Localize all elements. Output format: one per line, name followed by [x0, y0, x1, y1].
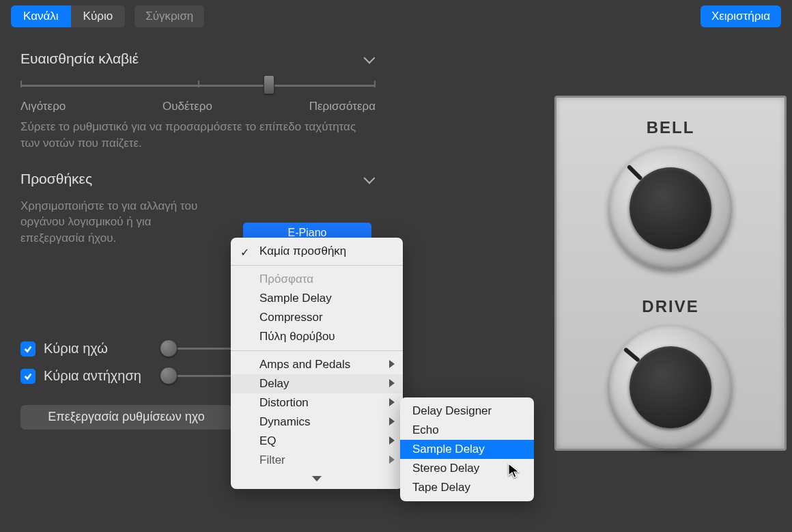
menu-label: EQ	[259, 434, 277, 447]
menu-cat-delay[interactable]: Delay	[231, 374, 403, 393]
reverb-label: Κύρια αντήχηση	[44, 368, 153, 384]
bell-knob[interactable]	[609, 147, 732, 270]
edit-sound-settings-button[interactable]: Επεξεργασία ρυθμίσεων ηχο	[20, 405, 232, 430]
plugins-header[interactable]: Προσθήκες	[20, 171, 376, 187]
chevron-right-icon	[389, 398, 395, 406]
plugin-context-menu: ✓ Καμία προσθήκη Πρόσφατα Sample Delay C…	[231, 238, 403, 489]
menu-label: Dynamics	[259, 415, 311, 428]
submenu-echo[interactable]: Echo	[400, 421, 534, 440]
channel-tab[interactable]: Κανάλι	[11, 5, 71, 27]
slider-tick	[374, 81, 376, 87]
echo-checkbox[interactable]	[20, 341, 36, 356]
label-less: Λιγότερο	[20, 100, 66, 113]
top-toolbar: Κανάλι Κύριο Σύγκριση Χειριστήρια	[0, 0, 792, 33]
drive-label: DRIVE	[642, 297, 698, 316]
menu-recent-compressor[interactable]: Compressor	[231, 308, 403, 327]
menu-recent-sample-delay[interactable]: Sample Delay	[231, 289, 403, 308]
menu-recent-noise-gate[interactable]: Πύλη θορύβου	[231, 327, 403, 346]
scroll-down-icon[interactable]	[231, 470, 403, 485]
slider-thumb[interactable]	[264, 75, 274, 94]
bell-knob-section: BELL	[577, 118, 764, 270]
sensitivity-help: Σύρετε το ρυθμιστικό για να προσαρμόσετε…	[20, 119, 376, 152]
chevron-right-icon	[389, 436, 395, 445]
sensitivity-title: Ευαισθησία κλαβιέ	[20, 51, 139, 67]
menu-label: Καμία προσθήκη	[259, 244, 346, 257]
left-top-group: Κανάλι Κύριο Σύγκριση	[11, 5, 204, 27]
menu-label: Distortion	[259, 396, 309, 409]
chevron-down-icon	[363, 173, 376, 185]
menu-label: Amps and Pedals	[259, 358, 350, 371]
drive-knob[interactable]	[609, 326, 732, 449]
menu-cat-filter[interactable]: Filter	[231, 451, 403, 470]
label-more: Περισσότερα	[309, 100, 376, 113]
echo-label: Κύρια ηχώ	[44, 341, 153, 356]
check-icon: ✓	[240, 246, 249, 259]
submenu-delay-designer[interactable]: Delay Designer	[400, 402, 534, 421]
menu-recent-header: Πρόσφατα	[231, 270, 403, 289]
chevron-right-icon	[389, 456, 395, 464]
menu-divider	[231, 265, 403, 266]
chevron-down-icon	[363, 53, 376, 65]
slider-labels: Λιγότερο Ουδέτερο Περισσότερα	[20, 100, 376, 113]
delay-submenu: Delay Designer Echo Sample Delay Stereo …	[400, 397, 534, 501]
label-neutral: Ουδέτερο	[162, 100, 212, 113]
reverb-checkbox[interactable]	[20, 369, 36, 384]
menu-label: Delay	[259, 377, 289, 390]
slider-tick	[20, 81, 22, 87]
reverb-thumb[interactable]	[160, 367, 178, 384]
menu-cat-dynamics[interactable]: Dynamics	[231, 412, 403, 432]
submenu-tape-delay[interactable]: Tape Delay	[400, 478, 534, 497]
compare-button[interactable]: Σύγκριση	[135, 5, 204, 27]
plugin-visual-panel: BELL DRIVE	[554, 96, 787, 451]
chevron-right-icon	[389, 379, 395, 387]
slider-tick	[198, 81, 199, 87]
chevron-right-icon	[389, 417, 395, 425]
drive-knob-section: DRIVE	[577, 297, 764, 449]
view-segment: Κανάλι Κύριο	[11, 5, 125, 27]
controls-button[interactable]: Χειριστήρια	[701, 5, 781, 27]
echo-thumb[interactable]	[160, 339, 178, 357]
bell-label: BELL	[647, 118, 695, 137]
menu-label: Filter	[259, 453, 285, 466]
chevron-right-icon	[389, 360, 395, 368]
submenu-sample-delay[interactable]: Sample Delay	[400, 440, 534, 459]
sensitivity-header[interactable]: Ευαισθησία κλαβιέ	[20, 51, 376, 67]
plugins-help: Χρησιμοποιήστε το για αλλαγή του οργάνου…	[20, 198, 212, 247]
menu-item-none[interactable]: ✓ Καμία προσθήκη	[231, 242, 403, 261]
mouse-cursor-icon	[508, 463, 522, 481]
sensitivity-slider[interactable]	[20, 78, 376, 93]
plugins-title: Προσθήκες	[20, 171, 92, 187]
menu-cat-eq[interactable]: EQ	[231, 432, 403, 451]
menu-cat-amps[interactable]: Amps and Pedals	[231, 355, 403, 374]
main-tab[interactable]: Κύριο	[71, 5, 126, 27]
menu-divider	[231, 350, 403, 351]
menu-cat-distortion[interactable]: Distortion	[231, 393, 403, 412]
